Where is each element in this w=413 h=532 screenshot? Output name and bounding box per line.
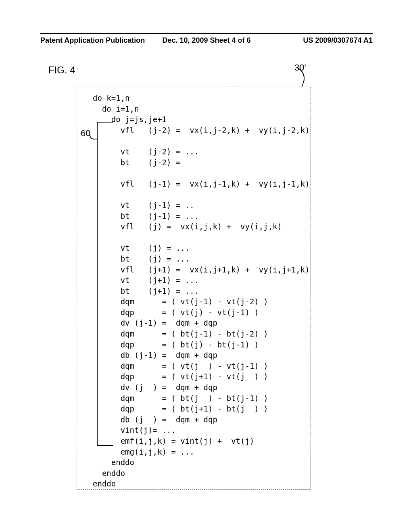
header-right: US 2009/0307674 A1	[303, 36, 373, 45]
reference-numeral-60: 60	[81, 128, 90, 139]
header-mid: Dec. 10, 2009 Sheet 4 of 6	[162, 36, 250, 45]
header-rule	[40, 33, 373, 34]
header-left: Patent Application Publication	[40, 36, 145, 45]
figure-label: FIG. 4	[48, 64, 75, 76]
code-listing: do k=1,n do i=1,n do j=js,je+1 vfl (j-2)…	[93, 93, 310, 489]
page-header: Patent Application Publication Dec. 10, …	[40, 36, 373, 45]
